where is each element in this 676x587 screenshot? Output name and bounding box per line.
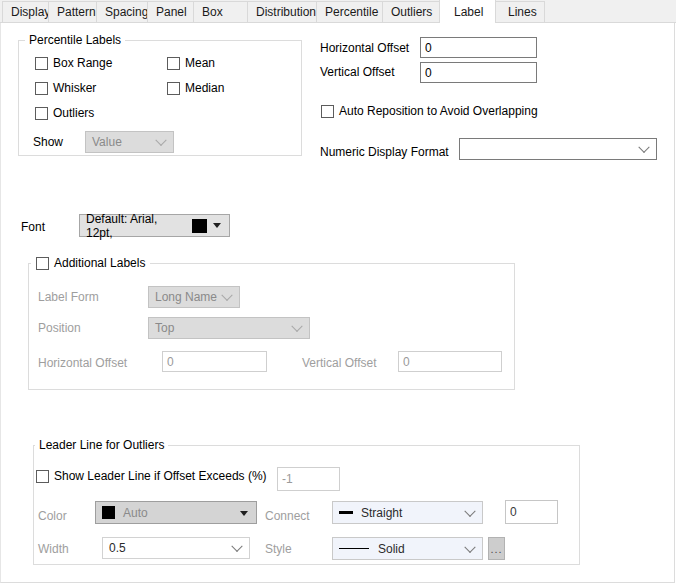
position-label: Position	[38, 321, 81, 335]
dropdown-arrow-icon	[213, 223, 221, 228]
mean-label: Mean	[185, 56, 215, 70]
chevron-down-icon	[231, 541, 242, 552]
font-dropdown-value: Default: Arial, 12pt,	[86, 212, 186, 240]
font-label: Font	[21, 220, 45, 234]
horizontal-offset-label: Horizontal Offset	[320, 41, 409, 55]
tab-percentile[interactable]: Percentile	[316, 1, 383, 22]
position-dropdown[interactable]: Top	[148, 317, 310, 339]
tab-spacing[interactable]: Spacing	[96, 1, 148, 22]
outliers-label: Outliers	[53, 106, 94, 120]
additional-labels-checkbox-row[interactable]: Additional Labels	[31, 256, 150, 270]
style-more-button[interactable]: ...	[488, 537, 505, 560]
ellipsis-icon: ...	[490, 543, 502, 555]
additional-horizontal-offset-label: Horizontal Offset	[38, 356, 127, 370]
show-dropdown-value: Value	[92, 135, 122, 149]
show-label: Show	[33, 135, 63, 149]
tab-label[interactable]: Label	[439, 0, 496, 23]
whisker-checkbox-row[interactable]: Whisker	[35, 81, 96, 95]
width-dropdown[interactable]: 0.5	[102, 537, 250, 559]
tab-pattern[interactable]: Pattern	[48, 1, 97, 22]
additional-vertical-offset-label: Vertical Offset	[302, 356, 376, 370]
box-chart-label-dialog: Display Pattern Spacing Panel Box Distri…	[0, 0, 676, 587]
position-value: Top	[155, 321, 174, 335]
tab-display[interactable]: Display	[2, 1, 49, 22]
connect-label: Connect	[265, 509, 310, 523]
median-label: Median	[185, 81, 224, 95]
chevron-down-icon	[638, 142, 649, 153]
tab-panel[interactable]: Panel	[147, 1, 194, 22]
numeric-display-format-label: Numeric Display Format	[320, 145, 449, 159]
width-dropdown-value: 0.5	[109, 541, 126, 555]
box-range-label: Box Range	[53, 56, 112, 70]
style-dropdown[interactable]: Solid	[332, 537, 483, 560]
color-label: Color	[38, 509, 67, 523]
tab-box[interactable]: Box	[193, 1, 248, 22]
auto-reposition-label: Auto Reposition to Avoid Overlapping	[339, 104, 538, 118]
box-range-checkbox[interactable]	[35, 57, 48, 70]
font-dropdown[interactable]: Default: Arial, 12pt,	[79, 214, 230, 237]
font-color-swatch	[192, 219, 207, 233]
color-swatch	[102, 506, 115, 519]
chevron-down-icon	[221, 290, 232, 301]
color-dropdown-value: Auto	[123, 506, 148, 520]
show-leader-line-checkbox-row[interactable]: Show Leader Line if Offset Exceeds (%)	[36, 469, 267, 483]
tab-distribution[interactable]: Distribution	[247, 1, 317, 22]
outliers-checkbox[interactable]	[35, 107, 48, 120]
additional-vertical-offset-input[interactable]	[398, 351, 502, 372]
auto-reposition-checkbox[interactable]	[321, 105, 334, 118]
median-checkbox[interactable]	[167, 82, 180, 95]
show-dropdown[interactable]: Value	[85, 131, 174, 153]
color-dropdown[interactable]: Auto	[95, 501, 257, 524]
additional-labels-title: Additional Labels	[54, 256, 145, 270]
whisker-checkbox[interactable]	[35, 82, 48, 95]
straight-line-icon	[339, 511, 353, 514]
label-form-label: Label Form	[38, 290, 99, 304]
show-leader-line-label: Show Leader Line if Offset Exceeds (%)	[54, 469, 267, 483]
label-form-dropdown[interactable]: Long Name	[148, 286, 240, 308]
leader-line-title: Leader Line for Outliers	[35, 438, 168, 452]
chevron-down-icon	[155, 135, 166, 146]
leader-line-threshold-input[interactable]	[277, 467, 340, 491]
connect-dropdown[interactable]: Straight	[332, 501, 483, 524]
style-label: Style	[265, 542, 292, 556]
tab-outliers[interactable]: Outliers	[382, 1, 440, 22]
whisker-label: Whisker	[53, 81, 96, 95]
additional-labels-checkbox[interactable]	[36, 257, 49, 270]
box-range-checkbox-row[interactable]: Box Range	[35, 56, 112, 70]
tab-lines[interactable]: Lines	[495, 1, 545, 22]
mean-checkbox-row[interactable]: Mean	[167, 56, 215, 70]
style-dropdown-value: Solid	[378, 542, 405, 556]
chevron-down-icon	[464, 505, 475, 516]
chevron-down-icon	[464, 541, 475, 552]
connect-dropdown-value: Straight	[361, 506, 402, 520]
median-checkbox-row[interactable]: Median	[167, 81, 224, 95]
solid-line-icon	[339, 548, 369, 549]
vertical-offset-input[interactable]	[420, 62, 537, 83]
width-label: Width	[38, 542, 69, 556]
auto-reposition-checkbox-row[interactable]: Auto Reposition to Avoid Overlapping	[321, 104, 538, 118]
vertical-offset-label: Vertical Offset	[320, 65, 394, 79]
tab-bar: Display Pattern Spacing Panel Box Distri…	[0, 0, 676, 23]
additional-horizontal-offset-input[interactable]	[162, 351, 267, 372]
percentile-labels-title: Percentile Labels	[25, 33, 125, 47]
numeric-display-format-dropdown[interactable]	[459, 138, 657, 160]
chevron-down-icon	[291, 321, 302, 332]
connect-offset-input[interactable]	[505, 500, 558, 524]
horizontal-offset-input[interactable]	[420, 37, 537, 58]
show-leader-line-checkbox[interactable]	[36, 470, 49, 483]
label-form-value: Long Name	[155, 290, 217, 304]
dropdown-arrow-icon	[240, 511, 248, 516]
outliers-checkbox-row[interactable]: Outliers	[35, 106, 94, 120]
mean-checkbox[interactable]	[167, 57, 180, 70]
